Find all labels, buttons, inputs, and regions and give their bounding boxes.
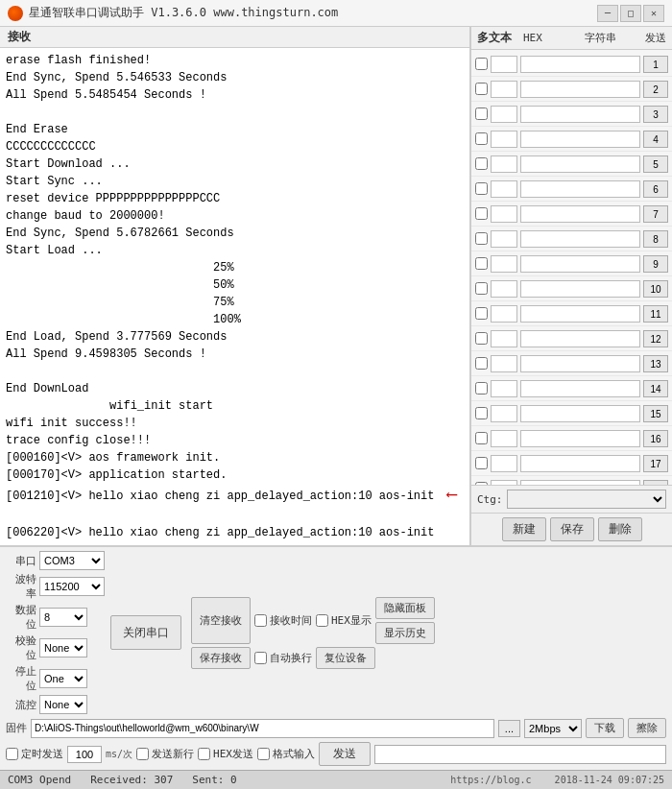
ctg-select[interactable] xyxy=(507,490,667,509)
receive-time-checkbox[interactable] xyxy=(254,614,267,627)
multitext-send-button-5[interactable]: 5 xyxy=(643,155,668,173)
multitext-string-input-17[interactable] xyxy=(520,455,640,472)
clear-receive-button[interactable]: 清空接收 xyxy=(191,597,251,644)
multitext-hex-checkbox-9[interactable] xyxy=(475,257,488,270)
save-multitext-button[interactable]: 保存 xyxy=(550,517,594,541)
firmware-erase-button[interactable]: 擦除 xyxy=(628,718,666,738)
multitext-string-input-4[interactable] xyxy=(520,131,640,148)
multitext-string-input-11[interactable] xyxy=(520,305,640,323)
close-button[interactable]: ✕ xyxy=(643,5,664,22)
multitext-hex-checkbox-10[interactable] xyxy=(475,282,488,295)
multitext-hex-checkbox-16[interactable] xyxy=(475,432,488,444)
multitext-hex-input-10[interactable] xyxy=(491,280,517,298)
multitext-hex-checkbox-15[interactable] xyxy=(475,407,488,419)
multitext-hex-checkbox-17[interactable] xyxy=(475,457,488,469)
multitext-send-button-14[interactable]: 14 xyxy=(643,380,668,397)
data-bits-select[interactable]: 8 xyxy=(39,608,87,627)
multitext-string-input-7[interactable] xyxy=(520,205,640,223)
firmware-browse-button[interactable]: ... xyxy=(498,720,520,737)
parity-select[interactable]: None xyxy=(39,638,87,658)
multitext-hex-input-3[interactable] xyxy=(491,106,517,123)
firmware-download-button[interactable]: 下载 xyxy=(586,718,624,738)
auto-newline-checkbox[interactable] xyxy=(254,652,267,664)
receive-content[interactable]: CCCCCCCStart Erase ...Start Sync ...rese… xyxy=(0,48,469,545)
port-select[interactable]: COM3 xyxy=(39,551,105,570)
stop-bits-select[interactable]: One xyxy=(39,669,87,688)
multitext-hex-checkbox-4[interactable] xyxy=(475,132,488,145)
multitext-string-input-8[interactable] xyxy=(520,230,640,248)
multitext-hex-input-1[interactable] xyxy=(491,56,517,73)
multitext-hex-checkbox-14[interactable] xyxy=(475,382,488,394)
multitext-send-button-16[interactable]: 16 xyxy=(643,430,668,447)
multitext-hex-input-5[interactable] xyxy=(491,155,517,173)
multitext-hex-input-16[interactable] xyxy=(491,430,517,447)
multitext-hex-checkbox-11[interactable] xyxy=(475,307,488,320)
hex-send-checkbox[interactable] xyxy=(198,748,210,760)
multitext-hex-checkbox-7[interactable] xyxy=(475,207,488,220)
timed-send-checkbox[interactable] xyxy=(6,748,18,760)
multitext-string-input-14[interactable] xyxy=(520,380,640,397)
multitext-string-input-2[interactable] xyxy=(520,81,640,98)
multitext-string-input-10[interactable] xyxy=(520,280,640,298)
multitext-hex-input-2[interactable] xyxy=(491,81,517,98)
multitext-send-button-3[interactable]: 3 xyxy=(643,106,668,123)
new-multitext-button[interactable]: 新建 xyxy=(502,517,546,541)
multitext-string-input-15[interactable] xyxy=(520,405,640,422)
hide-panel-button[interactable]: 隐藏面板 xyxy=(375,597,435,619)
timed-send-ms-input[interactable] xyxy=(67,746,102,763)
firmware-path-input[interactable] xyxy=(31,719,494,738)
multitext-hex-input-12[interactable] xyxy=(491,330,517,347)
send-text-input[interactable] xyxy=(374,745,666,764)
multitext-hex-checkbox-5[interactable] xyxy=(475,157,488,170)
multitext-hex-checkbox-12[interactable] xyxy=(475,332,488,345)
firmware-speed-select[interactable]: 2Mbps 1Mbps 512Kbps xyxy=(524,719,582,738)
delete-multitext-button[interactable]: 删除 xyxy=(598,517,642,541)
multitext-hex-input-17[interactable] xyxy=(491,455,517,472)
multitext-send-button-4[interactable]: 4 xyxy=(643,131,668,148)
multitext-hex-checkbox-13[interactable] xyxy=(475,357,488,370)
multitext-string-input-13[interactable] xyxy=(520,355,640,372)
multitext-send-button-2[interactable]: 2 xyxy=(643,81,668,98)
multitext-hex-input-15[interactable] xyxy=(491,405,517,422)
multitext-hex-checkbox-1[interactable] xyxy=(475,58,488,70)
multitext-hex-checkbox-2[interactable] xyxy=(475,83,488,95)
minimize-button[interactable]: ─ xyxy=(597,5,618,22)
show-history-button[interactable]: 显示历史 xyxy=(375,622,435,644)
multitext-hex-input-14[interactable] xyxy=(491,380,517,397)
flow-control-select[interactable]: None xyxy=(39,695,87,714)
multitext-hex-input-7[interactable] xyxy=(491,205,517,223)
multitext-hex-input-8[interactable] xyxy=(491,230,517,248)
multitext-string-input-16[interactable] xyxy=(520,430,640,447)
multitext-send-button-15[interactable]: 15 xyxy=(643,405,668,422)
multitext-send-button-9[interactable]: 9 xyxy=(643,255,668,273)
multitext-send-button-7[interactable]: 7 xyxy=(643,205,668,223)
multitext-hex-input-9[interactable] xyxy=(491,255,517,273)
multitext-string-input-9[interactable] xyxy=(520,255,640,273)
multitext-send-button-1[interactable]: 1 xyxy=(643,56,668,73)
baud-select[interactable]: 115200 xyxy=(39,577,105,596)
multitext-hex-checkbox-3[interactable] xyxy=(475,108,488,120)
multitext-send-button-12[interactable]: 12 xyxy=(643,330,668,347)
multitext-hex-checkbox-6[interactable] xyxy=(475,182,488,195)
multitext-string-input-1[interactable] xyxy=(520,56,640,73)
multitext-string-input-12[interactable] xyxy=(520,330,640,347)
maximize-button[interactable]: □ xyxy=(620,5,641,22)
send-button[interactable]: 发送 xyxy=(319,742,371,766)
multitext-send-button-6[interactable]: 6 xyxy=(643,180,668,198)
multitext-send-button-17[interactable]: 17 xyxy=(643,455,668,472)
multitext-hex-input-13[interactable] xyxy=(491,355,517,372)
hex-display-checkbox[interactable] xyxy=(316,614,328,627)
multitext-string-input-6[interactable] xyxy=(520,180,640,198)
multitext-hex-input-11[interactable] xyxy=(491,305,517,323)
multitext-send-button-13[interactable]: 13 xyxy=(643,355,668,372)
save-receive-button[interactable]: 保存接收 xyxy=(191,647,251,669)
multitext-hex-input-6[interactable] xyxy=(491,180,517,198)
multitext-string-input-3[interactable] xyxy=(520,106,640,123)
multitext-hex-input-4[interactable] xyxy=(491,131,517,148)
format-input-checkbox[interactable] xyxy=(257,748,270,760)
send-newline-checkbox[interactable] xyxy=(136,748,149,760)
multitext-send-button-8[interactable]: 8 xyxy=(643,230,668,248)
multitext-string-input-5[interactable] xyxy=(520,155,640,173)
open-port-button[interactable]: 关闭串口 xyxy=(110,615,181,650)
multitext-send-button-11[interactable]: 11 xyxy=(643,305,668,323)
